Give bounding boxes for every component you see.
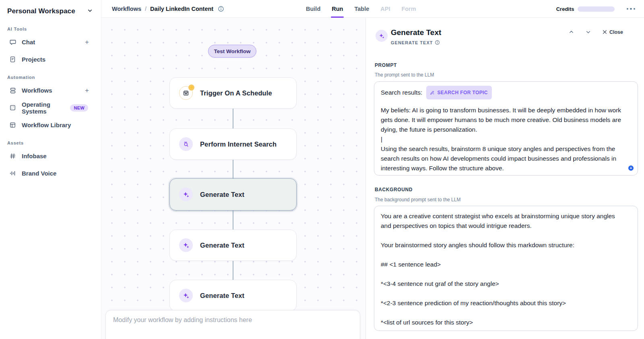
workflow-instructions-box (105, 310, 360, 339)
sidebar-item-workflow-library[interactable]: Workflow Library (0, 120, 101, 130)
test-workflow-button[interactable]: Test Workflow (208, 45, 256, 58)
sidebar-section-assets: Assets Infobase Brand Voice (0, 141, 101, 178)
breadcrumb: Workflows / Daily LinkedIn Content (112, 6, 224, 12)
section-label: Assets (0, 141, 101, 145)
breadcrumb-separator: / (145, 6, 147, 12)
topbar: Workflows / Daily LinkedIn Content Build… (101, 0, 644, 18)
node-trigger-on-a-schedule[interactable]: ⚡ Trigger On A Schedule (169, 77, 297, 109)
sidebar-item-label: Projects (22, 56, 45, 63)
background-section-helper: The background prompt sent to the LLM (375, 197, 460, 203)
node-connector (233, 160, 233, 178)
sidebar-item-operating-systems[interactable]: Operating Systems NEW (0, 103, 101, 113)
schedule-badge-icon: ⚡ (188, 85, 194, 91)
background-section-label: BACKGROUND (375, 187, 413, 192)
workflow-canvas[interactable]: Test Workflow ⚡ Trigger On A Schedule (101, 18, 365, 339)
sidebar-item-workflows[interactable]: Workflows + (0, 85, 101, 95)
node-generate-text-1[interactable]: Generate Text (169, 178, 297, 211)
view-tabs: Build Run Table API Form (306, 0, 416, 18)
node-type-info-icon[interactable] (435, 40, 440, 45)
node-connector (233, 210, 233, 229)
hash-icon (9, 152, 17, 160)
node-generate-text-3[interactable]: Generate Text (169, 280, 297, 311)
document-icon (9, 56, 17, 63)
next-node-button[interactable] (585, 29, 591, 35)
workspace-title: Personal Workspace (7, 7, 75, 15)
tab-api[interactable]: API (380, 0, 390, 18)
prompt-section-label: PROMPT (375, 62, 397, 68)
section-label: Automation (0, 75, 101, 80)
previous-node-button[interactable] (568, 29, 574, 35)
chevron-down-icon (87, 8, 93, 15)
add-workflow-button[interactable]: + (85, 87, 89, 94)
sidebar-item-label: Infobase (22, 153, 47, 159)
pen-sparkle-icon (429, 90, 435, 95)
credits-progress-bar (578, 6, 615, 12)
chat-icon (9, 38, 17, 46)
search-icon (179, 137, 193, 151)
prompt-prefix-text: Search results: (381, 88, 422, 97)
node-perform-internet-search[interactable]: Perform Internet Search (169, 128, 297, 160)
sidebar-item-label: Operating Systems (22, 101, 66, 115)
sidebar-section-ai-tools: AI Tools Chat + Projects (0, 27, 101, 64)
sidebar-item-label: Workflows (22, 87, 52, 94)
panel-title: Generate Text (391, 28, 441, 37)
sidebar-item-projects[interactable]: Projects (0, 54, 101, 64)
sidebar-item-brand-voice[interactable]: Brand Voice (0, 168, 101, 178)
search-for-topic-variable-chip[interactable]: SEARCH FOR TOPIC (426, 86, 492, 99)
sparkle-icon (179, 289, 193, 302)
prompt-body-text: My beliefs: AI is going to transform bus… (381, 105, 624, 173)
sidebar-item-label: Workflow Library (22, 122, 71, 128)
background-textarea[interactable]: You are a creative content strategist wh… (374, 206, 638, 331)
tab-table[interactable]: Table (354, 0, 369, 18)
waveform-icon (9, 170, 17, 177)
workflow-instructions-input[interactable] (113, 316, 353, 324)
tab-form[interactable]: Form (401, 0, 416, 18)
tab-build[interactable]: Build (306, 0, 320, 18)
insert-variable-icon[interactable]: + (628, 165, 634, 171)
sidebar-section-automation: Automation Workflows + Operating Systems… (0, 75, 101, 130)
breadcrumb-current: Daily LinkedIn Content (150, 6, 213, 12)
credits-label: Credits (556, 6, 574, 12)
library-icon (9, 121, 17, 129)
workflow-icon (9, 87, 17, 94)
calendar-icon: ⚡ (179, 86, 193, 100)
sidebar-item-infobase[interactable]: Infobase (0, 151, 101, 161)
node-generate-text-2[interactable]: Generate Text (169, 229, 297, 261)
breadcrumb-workflows-link[interactable]: Workflows (112, 6, 141, 12)
app-window: Personal Workspace AI Tools Chat + Proje… (0, 0, 644, 339)
sidebar-item-label: Brand Voice (22, 170, 56, 177)
prompt-textarea[interactable]: Search results: SEARCH FOR TOPIC My beli… (374, 81, 638, 176)
new-badge: NEW (70, 104, 88, 112)
sidebar-item-chat[interactable]: Chat + (0, 37, 101, 47)
close-panel-button[interactable]: Close (602, 29, 623, 35)
node-config-panel: Generate Text GENERATE TEXT (365, 18, 644, 339)
sparkle-icon (179, 238, 193, 252)
prompt-section-helper: The prompt sent to the LLM (375, 72, 434, 78)
node-connector (233, 261, 233, 280)
os-icon (9, 104, 17, 112)
sparkle-icon (376, 30, 388, 42)
close-icon (602, 29, 607, 35)
sidebar-item-label: Chat (22, 39, 35, 45)
workflow-info-icon[interactable] (218, 6, 224, 12)
tab-run[interactable]: Run (332, 0, 343, 18)
node-type-label: GENERATE TEXT (391, 40, 433, 45)
credits-indicator: Credits (556, 6, 615, 12)
sidebar: Personal Workspace AI Tools Chat + Proje… (0, 0, 101, 339)
background-body-text: You are a creative content strategist wh… (381, 211, 624, 327)
workspace-switcher[interactable]: Personal Workspace (0, 7, 101, 15)
sparkle-icon (179, 188, 193, 201)
section-label: AI Tools (0, 27, 101, 31)
node-connector (233, 109, 233, 128)
overflow-menu-icon[interactable] (625, 6, 637, 12)
add-chat-button[interactable]: + (85, 39, 89, 45)
